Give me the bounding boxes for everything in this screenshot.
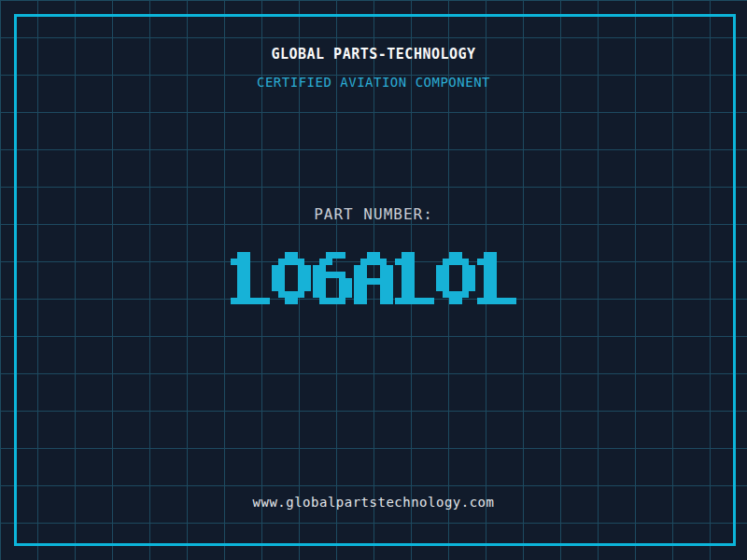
pixel-glyph xyxy=(313,252,352,304)
part-number-label: PART NUMBER: xyxy=(0,205,747,223)
part-number-display xyxy=(0,252,747,304)
pixel-glyph xyxy=(436,252,475,304)
pixel-glyph xyxy=(231,252,270,304)
page-subtitle: CERTIFIED AVIATION COMPONENT xyxy=(0,75,747,90)
pixel-glyph xyxy=(395,252,434,304)
pixel-glyph xyxy=(272,252,311,304)
pixel-glyph xyxy=(477,252,516,304)
page-title: GLOBAL PARTS-TECHNOLOGY xyxy=(0,46,747,63)
pixel-glyph xyxy=(354,252,393,304)
blueprint-page: { "header": { "title": "GLOBAL PARTS-TEC… xyxy=(0,0,747,560)
website-url: www.globalpartstechnology.com xyxy=(0,495,747,510)
